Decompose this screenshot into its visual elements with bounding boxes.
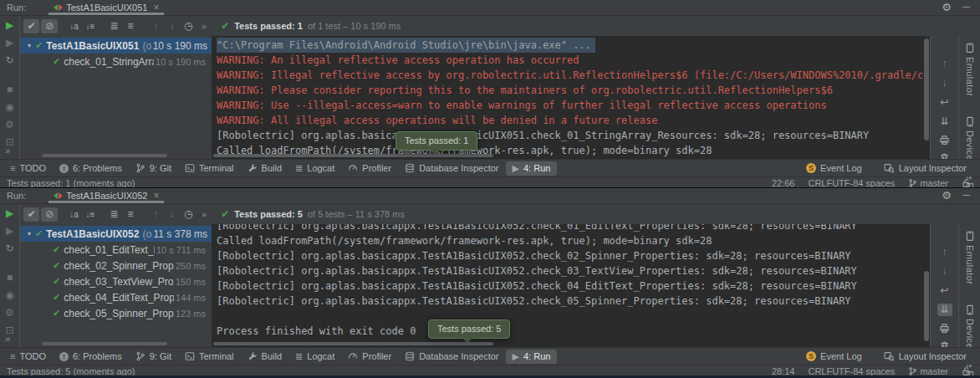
toggle-auto-test-button[interactable]: ↻: [5, 243, 13, 254]
toolwindow-terminal[interactable]: Terminal: [178, 350, 241, 363]
toolbar-overflow-icon[interactable]: »: [202, 21, 206, 31]
stop-button[interactable]: ■: [7, 273, 13, 284]
status-widget[interactable]: CRLF: [808, 178, 832, 187]
status-widget[interactable]: 4 spaces: [858, 178, 895, 187]
run-tab[interactable]: TestA1BasicUIX052 ×: [48, 188, 165, 203]
collapse-all-button[interactable]: ≡: [122, 19, 138, 33]
toolwindow-profiler[interactable]: Profiler: [341, 350, 398, 363]
git-branch-widget[interactable]: master: [908, 178, 948, 187]
test-case-row[interactable]: ✔ check_01_EditText_Properties 10 s 711 …: [20, 242, 212, 258]
console-horizontal-scrollbar[interactable]: [213, 154, 493, 157]
chevron-down-icon[interactable]: ▾: [23, 230, 35, 238]
soft-wrap-button[interactable]: ↩: [937, 96, 952, 109]
test-case-row[interactable]: ✔ check_02_Spinner_Properties 250 ms: [20, 258, 212, 273]
status-widget[interactable]: CRLF: [808, 366, 832, 375]
minimize-icon[interactable]: ─: [962, 189, 970, 201]
sort-alphabetically-button[interactable]: ↓a: [66, 207, 82, 222]
console-output[interactable]: [Robolectric] org.aplas.basicappx.TestA1…: [212, 224, 930, 347]
test-runner-settings-button[interactable]: ⚙: [5, 120, 14, 130]
prev-occurrence-button[interactable]: ↑: [937, 246, 952, 258]
settings-gear-icon[interactable]: ⚙: [942, 1, 952, 13]
toolwindow-terminal[interactable]: Terminal: [178, 161, 241, 175]
toolwindow-profiler[interactable]: Profiler: [341, 161, 398, 175]
toolwindow-database-inspector[interactable]: Database Inspector: [398, 350, 505, 363]
filter-ignored-button[interactable]: ⊘: [41, 19, 57, 33]
event-log-button[interactable]: SEvent Log: [799, 350, 869, 363]
left-toolbar-more-icon[interactable]: »: [5, 334, 9, 344]
toolwindow-emulator[interactable]: Emulator: [965, 231, 975, 284]
expand-all-button[interactable]: ≣: [106, 207, 122, 222]
sort-by-duration-button[interactable]: ↓≡: [82, 19, 98, 33]
close-tab-icon[interactable]: ×: [153, 190, 159, 202]
next-occurrence-button[interactable]: ↓: [937, 77, 952, 89]
expand-all-button[interactable]: ≣: [106, 19, 122, 33]
rerun-button[interactable]: ▶: [6, 208, 13, 219]
close-tab-icon[interactable]: ×: [153, 2, 159, 13]
tree-horizontal-scrollbar[interactable]: [42, 342, 167, 345]
toolwindow-git[interactable]: 9: Git: [129, 161, 178, 175]
soft-wrap-button[interactable]: ↩: [937, 284, 952, 297]
test-case-row[interactable]: ✔ check_01_StringArray_Resources 10 s 19…: [20, 54, 212, 69]
git-branch-widget[interactable]: master: [908, 366, 948, 375]
test-history-button[interactable]: ◷: [181, 19, 197, 33]
toolwindow-run[interactable]: ▶4: Run: [506, 350, 558, 364]
test-case-row[interactable]: ✔ check_03_TextView_Properties 150 ms: [20, 273, 212, 289]
test-case-row[interactable]: ✔ check_05_Spinner_Properties 123 ms: [20, 305, 212, 321]
left-toolbar-more-icon[interactable]: »: [5, 146, 9, 156]
toolwindow-run[interactable]: ▶4: Run: [506, 161, 558, 176]
toolwindow-git[interactable]: 9: Git: [129, 350, 178, 363]
next-failed-test-button[interactable]: ↓: [164, 19, 180, 33]
sort-alphabetically-button[interactable]: ↓a: [66, 19, 82, 33]
print-icon[interactable]: [939, 323, 950, 334]
layout-inspector-button[interactable]: Layout Inspector: [877, 161, 973, 175]
toolwindow-todo[interactable]: ≡TODO: [3, 350, 53, 363]
test-suite-row[interactable]: ▾ ✔ TestA1BasicUIX052 (org.aplas.basica …: [20, 226, 212, 242]
prev-occurrence-button[interactable]: ↑: [937, 58, 952, 70]
toolwindow-logcat[interactable]: ≣Logcat: [288, 161, 341, 176]
settings-gear-icon[interactable]: ⚙: [942, 189, 952, 202]
stop-button[interactable]: ■: [7, 84, 13, 95]
toolwindow-problems[interactable]: !6: Problems: [53, 350, 129, 363]
toolwindow-device-file-explorer[interactable]: Device File Explorer: [965, 116, 975, 187]
test-suite-row[interactable]: ▾ ✔ TestA1BasicUIX051 (org.aplas.basica …: [20, 38, 212, 54]
console-horizontal-scrollbar[interactable]: [213, 342, 493, 345]
event-log-button[interactable]: SEvent Log: [799, 161, 869, 175]
caret-position-widget[interactable]: 22:66: [772, 178, 795, 187]
minimize-icon[interactable]: ─: [962, 1, 970, 13]
rerun-failed-tests-button[interactable]: ▶: [6, 38, 13, 49]
toolwindow-problems[interactable]: !6: Problems: [53, 161, 129, 175]
console-vertical-scrollbar[interactable]: [924, 271, 929, 341]
next-failed-test-button[interactable]: ↓: [164, 207, 180, 222]
layout-inspector-button[interactable]: Layout Inspector: [877, 350, 973, 363]
test-case-row[interactable]: ✔ check_04_EditText_Properties 144 ms: [20, 289, 212, 305]
run-tab[interactable]: TestA1BasicUIX051 ×: [48, 0, 165, 15]
screenshot-button[interactable]: ◉: [5, 102, 13, 113]
tree-horizontal-scrollbar[interactable]: [42, 154, 167, 157]
chevron-down-icon[interactable]: ▾: [23, 42, 35, 49]
toolwindow-build[interactable]: Build: [241, 350, 288, 363]
test-history-button[interactable]: ◷: [181, 207, 197, 222]
collapse-all-button[interactable]: ≡: [122, 207, 138, 222]
sort-by-duration-button[interactable]: ↓≡: [82, 207, 98, 222]
toolwindow-device-file-explorer[interactable]: Device File Explorer: [965, 304, 975, 375]
toolwindow-build[interactable]: Build: [241, 161, 288, 175]
toolwindow-todo[interactable]: ≡TODO: [3, 161, 53, 175]
test-runner-settings-button[interactable]: ⚙: [5, 308, 14, 319]
previous-failed-test-button[interactable]: ↑: [148, 19, 164, 33]
print-icon[interactable]: [939, 135, 950, 146]
toolwindow-database-inspector[interactable]: Database Inspector: [398, 161, 505, 175]
filter-passed-button[interactable]: ✔: [23, 19, 39, 33]
toolwindow-emulator[interactable]: Emulator: [965, 43, 975, 96]
console-output[interactable]: "C:\Program Files\Android\Android Studio…: [212, 36, 930, 159]
previous-failed-test-button[interactable]: ↑: [148, 207, 164, 222]
toolbar-overflow-icon[interactable]: »: [202, 209, 206, 219]
filter-ignored-button[interactable]: ⊘: [41, 207, 57, 222]
scroll-to-end-button[interactable]: ⇊: [937, 304, 952, 316]
console-vertical-scrollbar[interactable]: [924, 38, 929, 140]
toggle-auto-test-button[interactable]: ↻: [5, 55, 13, 66]
screenshot-button[interactable]: ◉: [5, 290, 13, 301]
status-widget[interactable]: UTF-8: [832, 366, 858, 375]
next-occurrence-button[interactable]: ↓: [937, 265, 952, 278]
rerun-button[interactable]: ▶: [6, 20, 13, 31]
status-widget[interactable]: UTF-8: [832, 178, 858, 187]
